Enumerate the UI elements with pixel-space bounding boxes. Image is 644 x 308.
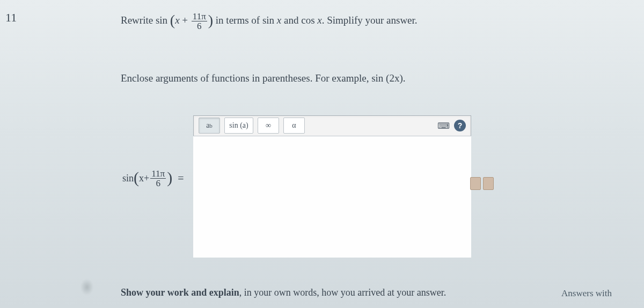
- keyboard-icon[interactable]: ⌨: [437, 119, 450, 132]
- infinity-button[interactable]: ∞: [258, 118, 279, 134]
- paper-smudge: [80, 279, 93, 295]
- instruction-text: Enclose arguments of functions in parent…: [121, 72, 405, 84]
- expr-equals: =: [178, 172, 184, 185]
- frac-numerator: 11π: [192, 12, 207, 21]
- question-prompt: Rewrite sin (x + 11π6) in terms of sin x…: [121, 12, 418, 31]
- alpha-button[interactable]: α: [283, 118, 305, 134]
- exponent-button[interactable]: ab: [199, 118, 220, 134]
- expr-plus: +: [144, 173, 149, 184]
- close-paren: ): [208, 12, 213, 28]
- page-container: 11 Rewrite sin (x + 11π6) in terms of si…: [0, 0, 644, 308]
- expr-den: 6: [150, 179, 166, 188]
- prompt-fraction: 11π6: [192, 12, 207, 31]
- math-editor-body[interactable]: [193, 136, 471, 258]
- answers-fragment: Answers with: [561, 288, 612, 299]
- function-button[interactable]: sin (a): [224, 118, 253, 134]
- prompt-middle: in terms of sin: [216, 14, 277, 26]
- prompt-plus: +: [180, 14, 191, 26]
- expr-fraction: 11π6: [150, 169, 166, 188]
- prompt-prefix: Rewrite sin: [121, 14, 167, 26]
- instr-rparen: ).: [399, 72, 405, 84]
- show-work-rest: , in your own words, how you arrived at …: [239, 287, 446, 298]
- question-number: 11: [5, 11, 17, 25]
- prompt-suffix: . Simplify your answer.: [322, 14, 418, 26]
- show-work-bold: Show your work and explain: [121, 287, 239, 298]
- expression-prefix: sin (x + 11π6) =: [122, 169, 187, 188]
- instr-arg: 2x: [389, 72, 399, 84]
- prompt-and: and cos: [281, 14, 317, 26]
- expr-num: 11π: [150, 169, 166, 179]
- show-work-prompt: Show your work and explain, in your own …: [121, 287, 446, 298]
- scratchpad-icon[interactable]: [483, 177, 494, 190]
- instr-part1: Enclose arguments of functions in parent…: [121, 72, 386, 84]
- help-button[interactable]: ?: [454, 120, 466, 131]
- prompt-var-x: x: [175, 14, 179, 26]
- side-icon-group: [470, 177, 494, 190]
- open-paren: (: [170, 12, 175, 28]
- expr-x: x: [139, 173, 144, 184]
- frac-denominator: 6: [192, 21, 207, 31]
- notes-icon[interactable]: [470, 177, 481, 190]
- exponent-sup: b: [209, 122, 213, 129]
- expr-sin: sin: [122, 173, 134, 184]
- prompt-cosx: x: [317, 14, 321, 26]
